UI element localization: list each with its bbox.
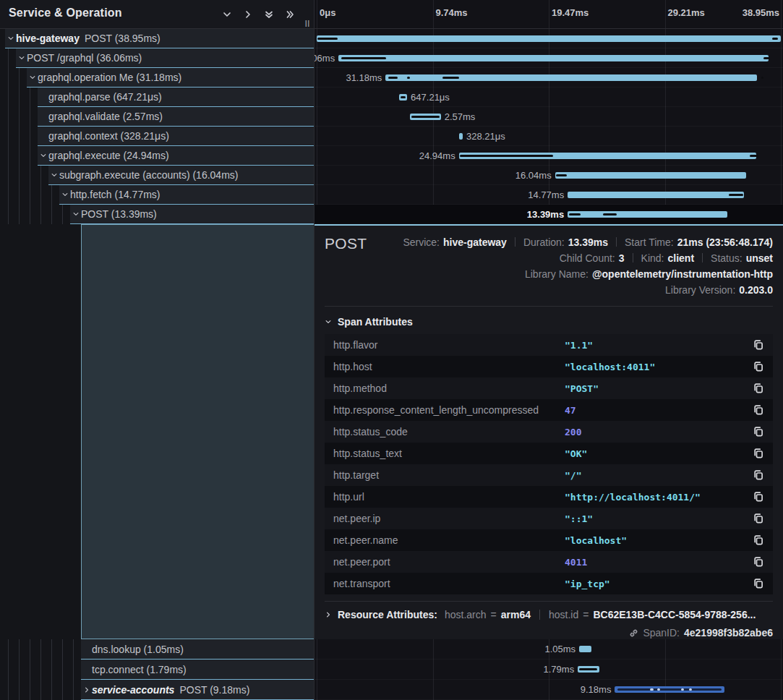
waterfall-row[interactable]: 1.05ms xyxy=(315,639,783,660)
waterfall-row[interactable]: 36.06ms xyxy=(315,48,783,68)
span-bar[interactable] xyxy=(615,686,724,693)
chevron-right-icon xyxy=(325,611,332,618)
span-bar[interactable] xyxy=(555,172,746,179)
copy-icon[interactable] xyxy=(753,361,764,372)
operation-label: graphql.operation Me (31.18ms) xyxy=(38,72,181,83)
indent-guide xyxy=(40,205,41,224)
child-span-marker xyxy=(411,116,440,118)
span-bar[interactable] xyxy=(410,114,440,120)
span-bar[interactable] xyxy=(317,35,781,42)
tree-row[interactable]: graphql.parse (647.21μs) xyxy=(0,88,314,107)
span-bar[interactable] xyxy=(385,74,757,81)
span-bar[interactable] xyxy=(579,646,591,652)
span-detail-header: POST Service:hive-gatewayDuration:13.39m… xyxy=(325,233,773,296)
waterfall-row[interactable]: 24.94ms xyxy=(315,146,783,166)
indent-guide xyxy=(8,88,9,107)
span-tree-top: hive-gatewayPOST (38.95ms)POST /graphql … xyxy=(0,29,314,224)
copy-icon[interactable] xyxy=(753,426,764,438)
span-attributes-toggle[interactable]: Span Attributes xyxy=(325,316,773,328)
waterfall-row[interactable]: 16.04ms xyxy=(315,166,783,185)
copy-icon[interactable] xyxy=(753,534,764,546)
duration-label: 13.39ms xyxy=(527,205,564,224)
indent-guide xyxy=(62,680,63,700)
copy-icon[interactable] xyxy=(753,469,764,481)
expand-one-icon[interactable] xyxy=(243,9,253,20)
span-bar[interactable] xyxy=(568,192,743,198)
span-bar[interactable] xyxy=(459,133,463,140)
child-span-marker xyxy=(317,38,338,40)
chevron-down-icon[interactable] xyxy=(59,191,70,198)
waterfall-panel: 0μs9.74ms19.47ms29.21ms38.95ms 38.95ms36… xyxy=(315,0,783,700)
span-bar[interactable] xyxy=(578,666,599,673)
tree-row-content: graphql.parse (647.21μs) xyxy=(38,88,314,107)
divider xyxy=(633,253,633,262)
waterfall-row[interactable]: 38.95ms xyxy=(315,29,783,48)
waterfall-row[interactable]: 2.57ms xyxy=(315,107,783,127)
chevron-down-icon[interactable] xyxy=(5,35,16,42)
waterfall-row[interactable]: 647.21μs xyxy=(315,88,783,107)
chevron-down-icon[interactable] xyxy=(38,152,48,159)
tree-row-content: POST /graphql (36.06ms) xyxy=(16,48,314,68)
attribute-value: "POST" xyxy=(565,383,753,394)
copy-icon[interactable] xyxy=(753,491,764,503)
span-bar[interactable] xyxy=(459,153,756,159)
duration-label: 1.05ms xyxy=(544,639,576,660)
copy-icon[interactable] xyxy=(753,513,764,524)
waterfall-row[interactable]: 31.18ms xyxy=(315,68,783,88)
chevron-down-icon[interactable] xyxy=(70,210,81,218)
attribute-row: http.url"http://localhost:4011/" xyxy=(325,486,773,508)
indent-guide xyxy=(51,185,52,205)
waterfall-row[interactable]: 9.18ms xyxy=(315,680,783,700)
child-span-marker xyxy=(650,688,654,691)
tree-row[interactable]: http.fetch (14.77ms) xyxy=(0,185,314,205)
resource-attributes-toggle[interactable]: Resource Attributes: host.arch=arm64host… xyxy=(325,609,773,620)
child-span-marker xyxy=(761,77,763,79)
tree-row[interactable]: graphql.validate (2.57ms) xyxy=(0,107,314,127)
link-icon[interactable] xyxy=(629,628,638,638)
overview-field-value: 21ms (23:56:48.174) xyxy=(677,236,773,248)
child-span-marker xyxy=(750,155,758,157)
overview-field-label: Library Version: xyxy=(665,284,735,296)
waterfall-row[interactable]: 14.77ms xyxy=(315,185,783,205)
operation-label: graphql.context (328.21μs) xyxy=(48,130,169,142)
chevron-right-icon[interactable] xyxy=(81,686,92,693)
column-resizer-handle[interactable]: || xyxy=(305,20,310,27)
span-tree-bottom: dns.lookup (1.05ms)tcp.connect (1.79ms)s… xyxy=(0,639,314,700)
waterfall-row[interactable]: 328.21μs xyxy=(315,127,783,146)
indent-guide xyxy=(19,68,20,88)
span-title: POST xyxy=(325,233,367,296)
copy-icon[interactable] xyxy=(753,556,764,568)
chevron-down-icon[interactable] xyxy=(16,54,27,61)
expand-all-icon[interactable] xyxy=(285,9,295,20)
tree-row[interactable]: dns.lookup (1.05ms) xyxy=(0,639,314,660)
tree-row-content: tcp.connect (1.79ms) xyxy=(81,660,314,680)
duration-label: 24.94ms xyxy=(419,146,455,166)
span-bar[interactable] xyxy=(338,55,768,61)
copy-icon[interactable] xyxy=(753,404,764,416)
tree-row[interactable]: hive-gatewayPOST (38.95ms) xyxy=(0,29,314,48)
tree-row[interactable]: subgraph.execute (accounts) (16.04ms) xyxy=(0,166,314,185)
chevron-down-icon[interactable] xyxy=(48,171,59,179)
tree-row[interactable]: graphql.context (328.21μs) xyxy=(0,127,314,146)
waterfall-row[interactable]: 13.39ms xyxy=(315,205,783,224)
copy-icon[interactable] xyxy=(753,578,764,589)
tree-row[interactable]: POST /graphql (36.06ms) xyxy=(0,48,314,68)
indent-guide xyxy=(30,146,30,166)
tree-row[interactable]: POST (13.39ms) xyxy=(0,205,314,224)
resource-attribute-key: host.arch xyxy=(445,609,487,620)
copy-icon[interactable] xyxy=(753,448,764,459)
timeline-tick-label: 9.74ms xyxy=(436,7,468,18)
span-bar[interactable] xyxy=(399,94,407,101)
collapse-all-icon[interactable] xyxy=(264,9,274,20)
waterfall-row[interactable]: 1.79ms xyxy=(315,660,783,680)
collapse-one-icon[interactable] xyxy=(222,9,232,20)
tree-row[interactable]: graphql.operation Me (31.18ms) xyxy=(0,68,314,88)
tree-row[interactable]: graphql.execute (24.94ms) xyxy=(0,146,314,166)
chevron-down-icon[interactable] xyxy=(27,74,38,81)
tree-row[interactable]: service-accountsPOST (9.18ms) xyxy=(0,680,314,700)
copy-icon[interactable] xyxy=(753,383,764,394)
tree-row[interactable]: tcp.connect (1.79ms) xyxy=(0,660,314,680)
copy-icon[interactable] xyxy=(753,339,764,351)
span-bar[interactable] xyxy=(568,211,727,218)
overview-line: Service:hive-gatewayDuration:13.39msStar… xyxy=(403,235,773,249)
